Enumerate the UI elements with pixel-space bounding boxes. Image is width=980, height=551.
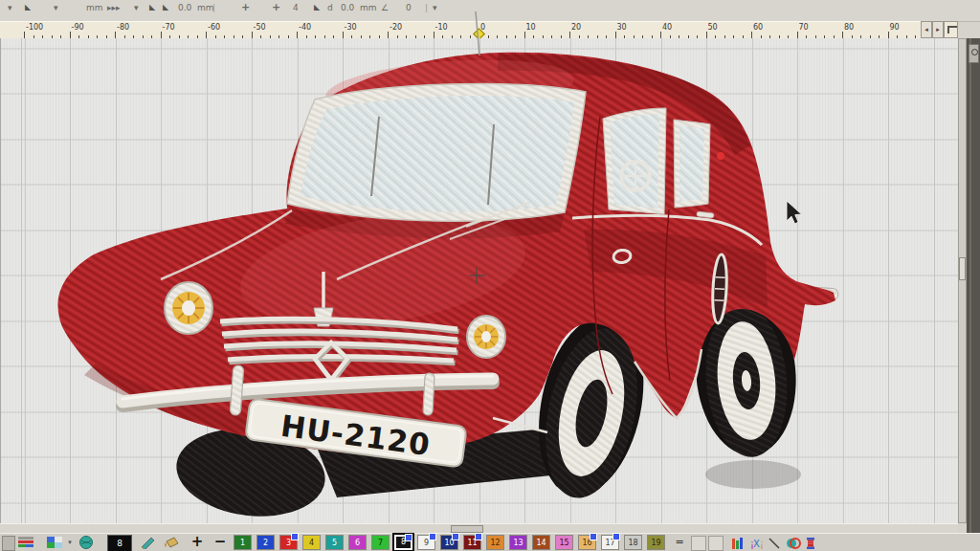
ruler-label: 30 <box>617 23 627 32</box>
color-swatch-17[interactable]: 17 <box>601 535 619 550</box>
color-wheel-icon[interactable] <box>78 536 94 549</box>
palette-extra-button-2[interactable] <box>708 536 724 551</box>
propbar-sep-icon[interactable]: | <box>212 0 215 18</box>
color-swatch-15[interactable]: 15 <box>555 535 573 550</box>
ruler-label: -50 <box>254 23 266 32</box>
propbar-field[interactable]: 0.0 <box>178 0 191 18</box>
propbar-flag-icon[interactable]: ◣ <box>149 0 155 18</box>
propbar-sep-icon[interactable]: | <box>425 0 428 18</box>
propbar-field[interactable]: mm <box>197 0 214 18</box>
ruler-label: 90 <box>890 23 900 32</box>
color-swatch-6[interactable]: 6 <box>348 535 367 550</box>
color-swatch-2[interactable]: 2 <box>256 535 275 550</box>
ruler-label: 80 <box>844 23 854 32</box>
thread-info-icon[interactable]: ¡X¡ <box>749 536 763 549</box>
color-swatch-4[interactable]: 4 <box>302 535 321 550</box>
ruler-scroll-right-button[interactable]: ▸ <box>932 21 944 38</box>
paint-bucket-icon[interactable] <box>163 536 180 549</box>
ruler-label: 40 <box>662 23 672 32</box>
property-toolbar[interactable]: ▾◣▾mm▸▸▸▾◣◣0.0mm|++4◣d0.0mm∠0|▾ <box>0 0 980 22</box>
ruler-label: -100 <box>26 23 43 32</box>
used-color-badge <box>452 533 459 540</box>
ruler-label: -70 <box>163 23 175 32</box>
propbar-field[interactable]: ▸▸▸ <box>107 0 121 18</box>
color-swatch-7[interactable]: 7 <box>371 535 390 550</box>
color-swatch-3[interactable]: 3 <box>279 535 298 550</box>
propbar-field[interactable]: mm <box>86 0 103 18</box>
ruler-label: -20 <box>390 23 402 32</box>
ruler-corner-icon <box>944 21 958 38</box>
ruler-label: 50 <box>708 23 718 32</box>
ruler-label: -30 <box>345 23 357 32</box>
vertical-scrollbar[interactable] <box>958 38 967 523</box>
line-tool-icon[interactable] <box>768 536 781 549</box>
add-color-button[interactable]: + <box>188 535 207 551</box>
used-color-badge <box>429 533 436 540</box>
ruler-label: -40 <box>299 23 311 32</box>
propbar-flag-icon[interactable]: ◣ <box>314 0 320 18</box>
ruler-label: -10 <box>435 23 448 32</box>
equalize-colors-button[interactable]: = <box>670 535 689 551</box>
current-color-swatch[interactable]: 8 <box>107 535 132 551</box>
application-window: ▾◣▾mm▸▸▸▾◣◣0.0mm|++4◣d0.0mm∠0|▾ -100-90-… <box>0 0 980 551</box>
mixed-colors-icon[interactable] <box>46 536 63 549</box>
used-color-badge <box>475 533 482 540</box>
propbar-flag-icon[interactable]: ◣ <box>163 0 168 18</box>
ruler-label: 20 <box>571 23 581 32</box>
color-swatch-18[interactable]: 18 <box>624 535 642 550</box>
propbar-cross-icon[interactable]: + <box>272 0 280 18</box>
color-swatch-16[interactable]: 16 <box>578 535 596 550</box>
palette-dropdown-caret[interactable]: ▾ <box>65 535 75 551</box>
propbar-field[interactable]: 4 <box>293 0 299 18</box>
ruler-label: 60 <box>753 23 763 32</box>
design-canvas[interactable] <box>0 38 959 523</box>
used-color-badge <box>590 533 597 540</box>
color-circles-icon[interactable] <box>786 536 801 549</box>
color-swatch-14[interactable]: 14 <box>532 535 550 550</box>
docked-panel-edge <box>967 38 980 551</box>
thread-spool-icon[interactable] <box>804 536 817 549</box>
used-color-badge <box>405 534 412 541</box>
ruler-label: -60 <box>208 23 220 32</box>
horizontal-ruler: -100-90-80-70-60-50-40-30-20-10010203040… <box>0 21 921 40</box>
color-swatch-5[interactable]: 5 <box>325 535 344 550</box>
propbar-caret-icon[interactable]: ▾ <box>54 0 58 18</box>
propbar-field[interactable]: mm <box>360 0 377 18</box>
color-swatch-10[interactable]: 10 <box>440 535 458 550</box>
color-swatch-11[interactable]: 11 <box>463 535 481 550</box>
thread-bars-icon[interactable] <box>731 536 745 549</box>
color-swatch-19[interactable]: 19 <box>647 535 665 550</box>
ruler-scroll-left-button[interactable]: ◂ <box>921 21 932 38</box>
color-swatch-8[interactable]: 8 <box>394 535 412 550</box>
panel-zoom-icon[interactable] <box>969 44 979 63</box>
ruler-label: 70 <box>799 23 809 32</box>
vertical-scrollbar-thumb[interactable] <box>959 257 966 280</box>
propbar-flag-icon[interactable]: ◣ <box>25 0 31 18</box>
horizontal-scrollbar-thumb[interactable] <box>451 525 483 533</box>
used-color-badge <box>612 533 620 540</box>
propbar-field[interactable]: 0.0 <box>341 0 354 18</box>
thread-stack-icon[interactable] <box>17 536 34 549</box>
remove-color-button[interactable]: − <box>211 535 230 551</box>
palette-panel-icon[interactable] <box>2 536 15 551</box>
svg-text:¡: ¡ <box>760 539 763 549</box>
propbar-cross-icon[interactable]: + <box>241 0 250 18</box>
propbar-caret-icon[interactable]: ▾ <box>8 0 12 18</box>
ruler-label: -80 <box>117 23 129 32</box>
color-swatch-1[interactable]: 1 <box>234 535 252 550</box>
color-palette-toolbar: ▾ 8 + − 12345678910111213141516171819 = … <box>0 533 980 551</box>
propbar-angle-icon[interactable]: ∠ <box>381 0 389 18</box>
color-swatch-9[interactable]: 9 <box>417 535 435 550</box>
ruler-label: 10 <box>526 23 536 32</box>
propbar-field[interactable]: d <box>327 0 333 18</box>
used-color-badge <box>291 533 299 540</box>
palette-extra-button-1[interactable] <box>691 536 706 551</box>
color-swatch-13[interactable]: 13 <box>509 535 527 550</box>
propbar-caret-icon[interactable]: ▾ <box>433 0 437 18</box>
svg-text:X: X <box>753 539 760 549</box>
color-swatch-12[interactable]: 12 <box>486 535 504 550</box>
propbar-field[interactable]: 0 <box>406 0 412 18</box>
propbar-caret-icon[interactable]: ▾ <box>134 0 139 18</box>
ruler-label: -90 <box>72 23 84 32</box>
colorway-pencil-icon[interactable] <box>140 536 157 549</box>
